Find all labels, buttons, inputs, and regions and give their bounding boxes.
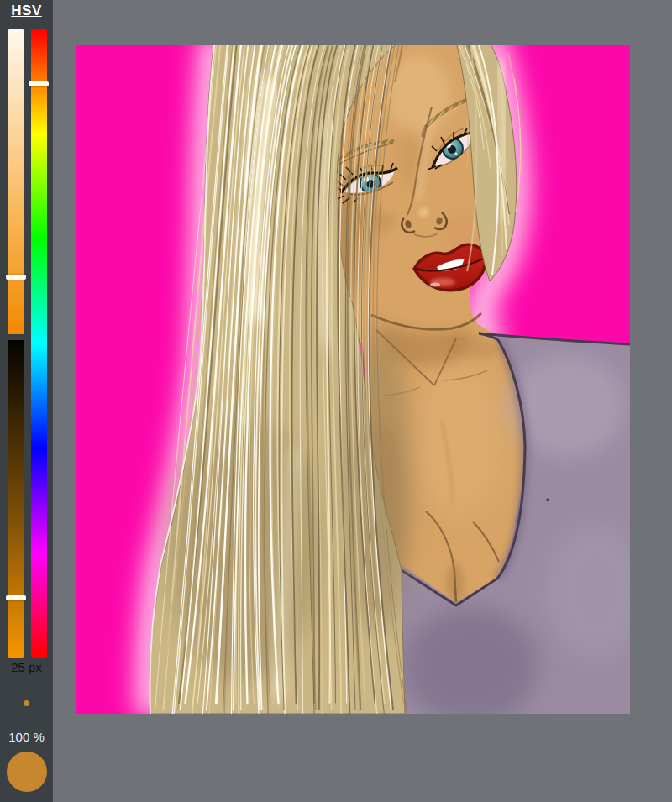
- hue-slider[interactable]: [31, 29, 47, 658]
- opacity-label[interactable]: 100 %: [0, 730, 53, 744]
- saturation-slider[interactable]: [8, 29, 24, 334]
- brush-size-preview-dot: [24, 700, 29, 706]
- hue-slider-handle[interactable]: [29, 81, 49, 86]
- paint-app-window: HSV 25 px 100 %: [0, 0, 672, 802]
- portrait-painting[interactable]: [76, 45, 630, 714]
- tool-sidebar: HSV 25 px 100 %: [0, 0, 53, 802]
- drawing-canvas[interactable]: [76, 45, 630, 714]
- value-slider[interactable]: [8, 340, 24, 658]
- current-color-swatch[interactable]: [7, 752, 47, 792]
- saturation-slider-handle[interactable]: [6, 275, 26, 280]
- brush-size-label[interactable]: 25 px: [0, 660, 53, 674]
- hsv-mode-button[interactable]: HSV: [0, 3, 53, 19]
- value-slider-handle[interactable]: [6, 595, 26, 600]
